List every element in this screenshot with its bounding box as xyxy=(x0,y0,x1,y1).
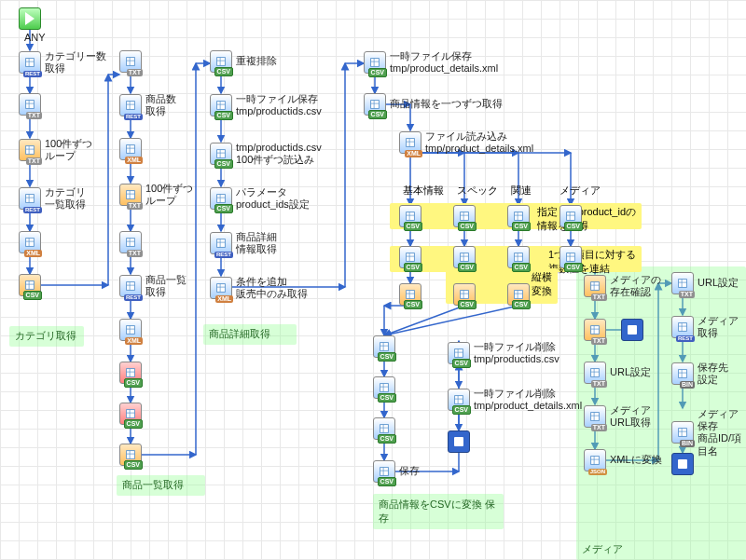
workflow-node[interactable]: CSV xyxy=(507,246,530,268)
step-icon[interactable]: CSV xyxy=(364,51,386,74)
workflow-node[interactable]: CSV xyxy=(373,376,395,399)
workflow-node[interactable]: ANY xyxy=(24,32,46,44)
step-icon[interactable]: CSV xyxy=(373,417,395,440)
step-icon[interactable]: BIN xyxy=(671,362,694,385)
step-icon[interactable]: CSV xyxy=(19,274,41,296)
stop-icon[interactable] xyxy=(448,430,470,453)
workflow-node[interactable]: CSV一時ファイル保存 tmp/productids.csv xyxy=(210,93,322,117)
workflow-node[interactable]: CSVパラメータ product_ids設定 xyxy=(210,186,310,211)
step-icon[interactable]: TXT xyxy=(584,405,606,428)
workflow-node[interactable]: CSV xyxy=(399,283,421,306)
workflow-node[interactable]: XMLファイル読み込み tmp/product_details.xml xyxy=(399,130,533,155)
workflow-node[interactable]: CSV保存 xyxy=(373,460,420,483)
workflow-node[interactable]: RESTカテゴリ 一覧取得 xyxy=(19,186,86,211)
step-icon[interactable]: TXT xyxy=(19,93,41,116)
step-icon[interactable]: CSV xyxy=(560,246,582,268)
step-icon[interactable]: TXT xyxy=(584,275,606,297)
workflow-node[interactable]: CSV xyxy=(507,283,530,306)
workflow-node[interactable]: RESTカテゴリー数 取得 xyxy=(19,50,106,75)
step-icon[interactable]: CSV xyxy=(453,283,476,306)
step-icon[interactable]: TXT xyxy=(671,272,694,294)
workflow-node[interactable]: CSV xyxy=(119,403,142,425)
workflow-node[interactable]: TXTメディア URL取得 xyxy=(584,404,651,429)
step-icon[interactable]: TXT xyxy=(119,231,142,253)
workflow-node[interactable] xyxy=(671,453,694,475)
workflow-node[interactable]: CSV xyxy=(453,283,476,306)
workflow-node[interactable]: XML条件を追加 販売中のみ取得 xyxy=(210,276,308,300)
step-icon[interactable]: CSV xyxy=(399,205,421,227)
workflow-node[interactable]: REST商品数 取得 xyxy=(119,93,176,117)
workflow-node[interactable]: CSV xyxy=(399,205,421,227)
stop-icon[interactable] xyxy=(621,319,643,341)
step-icon[interactable]: XML xyxy=(399,131,421,154)
step-icon[interactable]: REST xyxy=(671,316,694,338)
stop-icon[interactable] xyxy=(671,453,694,475)
workflow-node[interactable]: REST商品詳細 情報取得 xyxy=(210,231,277,255)
workflow-node[interactable]: XML xyxy=(19,231,41,253)
workflow-node[interactable]: TXTメディアの 存在確認 xyxy=(584,274,661,298)
workflow-node[interactable]: BIN保存先 設定 xyxy=(671,362,728,386)
workflow-node[interactable]: CSV xyxy=(399,246,421,268)
workflow-node[interactable]: REST商品一覧 取得 xyxy=(119,274,186,298)
workflow-node[interactable]: TXT xyxy=(119,50,142,73)
workflow-node[interactable]: TXTURL設定 xyxy=(671,272,739,294)
step-icon[interactable]: BIN xyxy=(671,421,694,444)
workflow-node[interactable]: CSV商品情報を一つずつ取得 xyxy=(364,93,503,116)
workflow-node[interactable]: CSV xyxy=(19,274,41,296)
workflow-node[interactable]: CSVtmp/productids.csv 100件ずつ読込み xyxy=(210,142,322,166)
workflow-node[interactable]: CSV一時ファイル保存 tmp/product_details.xml xyxy=(364,50,498,75)
workflow-node[interactable]: TXTURL設定 xyxy=(584,362,651,384)
workflow-node[interactable]: BINメディア保存 商品ID/項目名 xyxy=(671,408,746,458)
step-icon[interactable]: XML xyxy=(119,138,142,160)
step-icon[interactable]: CSV xyxy=(119,362,142,384)
workflow-node[interactable]: CSV重複排除 xyxy=(210,50,277,73)
step-icon[interactable]: XML xyxy=(19,231,41,253)
workflow-node[interactable] xyxy=(448,430,470,453)
step-icon[interactable]: JSON xyxy=(584,449,606,471)
workflow-node[interactable] xyxy=(19,7,41,30)
step-icon[interactable]: REST xyxy=(119,275,142,297)
workflow-node[interactable]: CSV xyxy=(560,205,582,227)
workflow-node[interactable]: CSV xyxy=(373,335,395,358)
workflow-node[interactable]: CSV xyxy=(560,246,582,268)
step-icon[interactable]: XML xyxy=(119,319,142,341)
step-icon[interactable]: CSV xyxy=(364,93,386,116)
workflow-node[interactable]: CSV xyxy=(453,205,476,227)
workflow-node[interactable]: CSV xyxy=(507,205,530,227)
step-icon[interactable]: REST xyxy=(210,232,232,254)
step-icon[interactable]: XML xyxy=(210,277,232,299)
workflow-node[interactable]: CSV xyxy=(453,246,476,268)
workflow-node[interactable]: CSV xyxy=(119,362,142,384)
step-icon[interactable]: CSV xyxy=(560,205,582,227)
step-icon[interactable]: CSV xyxy=(373,335,395,358)
step-icon[interactable]: CSV xyxy=(210,187,232,210)
workflow-canvas[interactable]: カテゴリ取得商品一覧取得商品詳細取得商品情報をCSVに変換 保存メディア 指定し… xyxy=(0,0,746,560)
workflow-node[interactable]: RESTメディア 取得 xyxy=(671,315,739,339)
workflow-node[interactable]: TXT xyxy=(119,231,142,253)
step-icon[interactable]: CSV xyxy=(399,283,421,306)
workflow-node[interactable]: CSV一時ファイル削除 tmp/product_details.xml xyxy=(448,388,582,412)
workflow-node[interactable]: XML xyxy=(119,319,142,341)
step-icon[interactable]: TXT xyxy=(584,362,606,384)
step-icon[interactable]: CSV xyxy=(119,444,142,466)
step-icon[interactable]: CSV xyxy=(453,246,476,268)
step-icon[interactable]: TXT xyxy=(584,319,606,341)
step-icon[interactable]: CSV xyxy=(399,246,421,268)
step-icon[interactable]: TXT xyxy=(119,50,142,73)
workflow-node[interactable]: CSV一時ファイル削除 tmp/productids.csv xyxy=(448,341,560,365)
step-icon[interactable]: CSV xyxy=(210,143,232,165)
workflow-node[interactable]: CSV xyxy=(119,444,142,466)
step-icon[interactable]: CSV xyxy=(448,389,470,411)
workflow-node[interactable]: TXT xyxy=(584,319,606,341)
step-icon[interactable]: CSV xyxy=(507,246,530,268)
workflow-node[interactable]: JSONXMLに変換 xyxy=(584,449,662,471)
step-icon[interactable]: CSV xyxy=(507,205,530,227)
step-icon[interactable]: CSV xyxy=(373,460,395,483)
workflow-node[interactable]: CSV xyxy=(373,417,395,440)
step-icon[interactable]: TXT xyxy=(119,184,142,206)
step-icon[interactable]: CSV xyxy=(210,50,232,73)
workflow-node[interactable] xyxy=(621,319,643,341)
step-icon[interactable]: CSV xyxy=(507,283,530,306)
step-icon[interactable]: CSV xyxy=(210,94,232,116)
step-icon[interactable]: CSV xyxy=(448,342,470,364)
